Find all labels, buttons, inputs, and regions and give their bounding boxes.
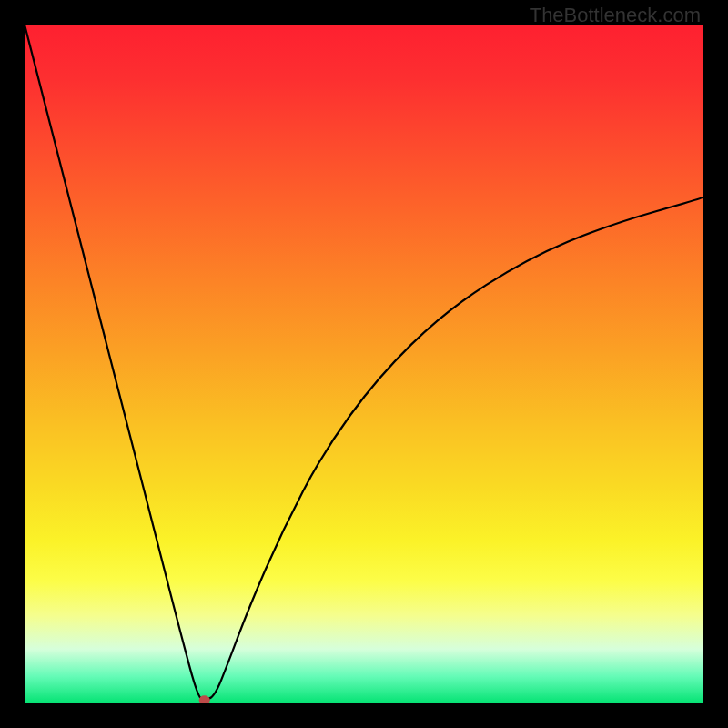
chart-frame — [25, 25, 703, 703]
attribution-text: TheBottleneck.com — [530, 4, 701, 27]
chart-background-gradient — [25, 25, 703, 703]
